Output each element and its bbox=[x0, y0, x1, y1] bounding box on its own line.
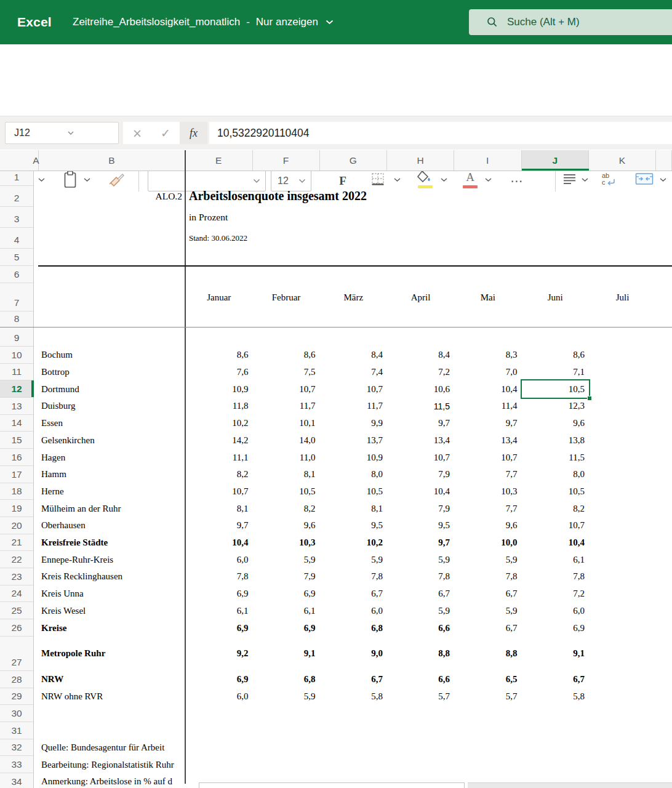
cell-B21-label[interactable]: Kreisfreie Städte bbox=[41, 534, 184, 552]
cell-B34-footnote[interactable]: Anmerkung: Arbeitslose in % auf d bbox=[41, 773, 184, 788]
cell-B13-label[interactable]: Duisburg bbox=[41, 398, 184, 415]
cell-H18[interactable]: 10,4 bbox=[387, 483, 450, 501]
cell-E24[interactable]: 6,9 bbox=[185, 585, 249, 603]
cell-B16-label[interactable]: Hagen bbox=[41, 449, 184, 466]
row-header-8[interactable]: 8 bbox=[0, 312, 33, 328]
cell-B14-label[interactable]: Essen bbox=[41, 415, 184, 432]
cell-B26-label[interactable]: Kreise bbox=[41, 619, 184, 637]
row-header-15[interactable]: 15 bbox=[0, 432, 33, 449]
cell-E23[interactable]: 7,8 bbox=[185, 568, 249, 585]
row-header-27[interactable]: 27 bbox=[0, 637, 33, 671]
cell-J24[interactable]: 7,2 bbox=[522, 585, 585, 603]
borders-menu-chevron[interactable] bbox=[394, 178, 401, 182]
row-header-28[interactable]: 28 bbox=[0, 671, 33, 688]
fill-handle[interactable] bbox=[587, 396, 592, 401]
column-header-F[interactable]: F bbox=[253, 150, 320, 171]
cell-B19-label[interactable]: Mülheim an der Ruhr bbox=[41, 500, 184, 517]
cell-H10[interactable]: 8,4 bbox=[387, 347, 450, 364]
row-header-19[interactable]: 19 bbox=[0, 500, 33, 517]
cell-E10[interactable]: 8,6 bbox=[185, 347, 249, 364]
row-header-14[interactable]: 14 bbox=[0, 415, 33, 432]
cell-F14[interactable]: 10,1 bbox=[253, 415, 316, 432]
column-header-K[interactable]: K bbox=[589, 150, 656, 171]
cell-F16[interactable]: 11,0 bbox=[253, 449, 316, 466]
search-input[interactable]: Suche (Alt + M) bbox=[469, 9, 672, 35]
cell-H14[interactable]: 9,7 bbox=[387, 415, 450, 432]
cell-J26[interactable]: 6,9 bbox=[522, 619, 585, 637]
cell-G23[interactable]: 7,8 bbox=[320, 568, 383, 585]
cell-E16[interactable]: 11,1 bbox=[185, 449, 249, 466]
cell-G25[interactable]: 6,0 bbox=[320, 603, 383, 620]
cell-I25[interactable]: 5,9 bbox=[454, 603, 518, 620]
excel-logo[interactable]: Excel bbox=[17, 0, 52, 44]
row-header-6[interactable]: 6 bbox=[0, 266, 33, 283]
row-header-12[interactable]: 12 bbox=[0, 380, 33, 398]
merge-menu-chevron[interactable] bbox=[660, 178, 666, 182]
column-header-J[interactable]: J bbox=[522, 150, 590, 171]
cell-F13[interactable]: 11,7 bbox=[253, 398, 316, 415]
cell-I17[interactable]: 7,7 bbox=[454, 466, 518, 483]
cell-H23[interactable]: 7,8 bbox=[387, 568, 450, 585]
cell-J17[interactable]: 8,0 bbox=[522, 466, 585, 483]
cell-B29-label[interactable]: NRW ohne RVR bbox=[41, 688, 184, 706]
cell-B32-footnote[interactable]: Quelle: Bundesagentur für Arbeit bbox=[41, 739, 184, 757]
cell-F26[interactable]: 6,9 bbox=[253, 619, 316, 637]
cell-G15[interactable]: 13,7 bbox=[320, 432, 383, 449]
borders-button[interactable] bbox=[370, 172, 385, 187]
row-header-31[interactable]: 31 bbox=[0, 722, 33, 739]
chevron-down-icon[interactable] bbox=[326, 20, 334, 25]
cell-J27[interactable]: 9,1 bbox=[522, 637, 585, 671]
row-header-18[interactable]: 18 bbox=[0, 483, 33, 501]
cell-G27[interactable]: 9,0 bbox=[320, 637, 383, 671]
cell-G22[interactable]: 5,9 bbox=[320, 551, 383, 568]
cell-H17[interactable]: 7,9 bbox=[387, 466, 450, 483]
row-header-16[interactable]: 16 bbox=[0, 449, 33, 466]
cell-E22[interactable]: 6,0 bbox=[185, 551, 249, 568]
more-options-button[interactable]: ⋯ bbox=[510, 173, 524, 189]
row-header-9[interactable]: 9 bbox=[0, 328, 33, 347]
cell-I22[interactable]: 5,9 bbox=[454, 551, 518, 568]
row-header-22[interactable]: 22 bbox=[0, 551, 33, 568]
cell-G13[interactable]: 11,7 bbox=[320, 398, 383, 415]
column-header-blank[interactable] bbox=[656, 150, 672, 171]
cell-H19[interactable]: 7,9 bbox=[387, 500, 450, 517]
row-header-21[interactable]: 21 bbox=[0, 534, 33, 552]
row-header-11[interactable]: 11 bbox=[0, 364, 33, 381]
row-header-13[interactable]: 13 bbox=[0, 398, 33, 415]
cell-E7-month[interactable]: Januar bbox=[185, 283, 253, 312]
cell-G26[interactable]: 6,8 bbox=[320, 619, 383, 637]
cell-B11-label[interactable]: Bottrop bbox=[41, 364, 184, 381]
cell-F7-month[interactable]: Februar bbox=[253, 283, 320, 312]
sheet-title[interactable]: Arbeitslosenquote insgesamt 2022 bbox=[189, 185, 367, 207]
cell-I7-month[interactable]: Mai bbox=[454, 283, 522, 312]
document-title[interactable]: Zeitreihe_Arbeitslosigkeit_monatlich - N… bbox=[73, 0, 334, 44]
cell-H24[interactable]: 6,7 bbox=[387, 585, 450, 603]
cell-E21[interactable]: 10,4 bbox=[185, 534, 249, 552]
row-header-5[interactable]: 5 bbox=[0, 249, 33, 266]
fill-color-button[interactable] bbox=[416, 170, 433, 183]
row-header-2[interactable]: 2 bbox=[0, 186, 33, 207]
row-header-30[interactable]: 30 bbox=[0, 705, 33, 722]
cell-F11[interactable]: 7,5 bbox=[253, 364, 316, 381]
cell-H28[interactable]: 6,6 bbox=[387, 671, 450, 688]
cell-G19[interactable]: 8,1 bbox=[320, 500, 383, 517]
cell-H27[interactable]: 8,8 bbox=[387, 637, 450, 671]
cell-J11[interactable]: 7,1 bbox=[522, 364, 585, 381]
cell-B27-label[interactable]: Metropole Ruhr bbox=[41, 637, 184, 671]
cell-J20[interactable]: 10,7 bbox=[522, 517, 585, 534]
cell-E28[interactable]: 6,9 bbox=[185, 671, 249, 688]
row-header-1[interactable]: 1 bbox=[0, 171, 33, 186]
column-header-B[interactable]: B bbox=[39, 150, 185, 171]
cell-I14[interactable]: 9,7 bbox=[454, 415, 518, 432]
cell-E17[interactable]: 8,2 bbox=[185, 466, 249, 483]
wrap-text-button[interactable]: ab c bbox=[602, 172, 615, 186]
cell-I26[interactable]: 6,7 bbox=[454, 619, 518, 637]
cell-G16[interactable]: 10,9 bbox=[320, 449, 383, 466]
cell-J25[interactable]: 6,0 bbox=[522, 603, 585, 620]
row-header-23[interactable]: 23 bbox=[0, 568, 33, 585]
row-header-17[interactable]: 17 bbox=[0, 466, 33, 483]
cell-G10[interactable]: 8,4 bbox=[320, 347, 383, 364]
font-color-button[interactable]: A bbox=[463, 170, 478, 185]
cell-I19[interactable]: 7,7 bbox=[454, 500, 518, 517]
cell-B33-footnote[interactable]: Bearbeitung: Regionalstatistik Ruhr bbox=[41, 756, 184, 773]
